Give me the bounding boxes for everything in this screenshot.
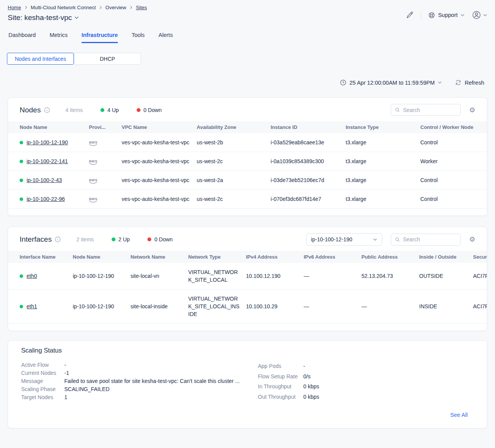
interfaces-items-count: 2 items [76, 236, 94, 242]
breadcrumb-sites-link[interactable]: Sites [136, 5, 147, 10]
field-label: Message [21, 377, 64, 385]
network-name-cell: site-local-inside [127, 289, 185, 324]
instance-id-cell: i-03a529eab8caee13e [268, 133, 343, 152]
field-value: 0 kbps [303, 392, 319, 402]
refresh-icon [455, 79, 462, 86]
field-value: 1 [64, 393, 67, 401]
info-icon[interactable] [44, 107, 50, 113]
network-type-cell: VIRTUAL_NETWORK_SITE_LOCAL_INSIDE [185, 289, 243, 324]
node-status-dot [20, 141, 23, 144]
col-network-type: Network Type [185, 251, 243, 263]
chevron-down-icon [438, 81, 442, 84]
breadcrumb: Home Multi-Cloud Network Connect Overvie… [8, 5, 487, 10]
node-name-cell: ip-10-100-12-190 [70, 289, 127, 324]
refresh-label: Refresh [465, 80, 484, 86]
field-label: In Throughput [258, 381, 303, 392]
time-range-label: 25 Apr 12:00:00AM to 11:59:59PM [350, 80, 435, 86]
field-value: Failed to save pool state for site kesha… [64, 377, 240, 385]
breadcrumb-overview: Overview [105, 5, 126, 10]
table-row: ip-10-100-22-96 aws ves-vpc-auto-kesha-t… [8, 190, 487, 209]
interfaces-search[interactable] [391, 234, 461, 246]
subtab-dhcp[interactable]: DHCP [74, 53, 141, 65]
node-name-link[interactable]: ip-10-100-12-190 [27, 139, 68, 145]
aws-provider-icon: aws [89, 140, 97, 146]
refresh-button[interactable]: Refresh [455, 79, 484, 86]
interfaces-search-input[interactable] [403, 236, 457, 242]
account-menu[interactable] [472, 10, 487, 20]
field-value: 0 kbps [303, 381, 319, 392]
nodes-settings-gear-icon[interactable]: ⚙ [469, 107, 475, 114]
tab-metrics[interactable]: Metrics [50, 32, 68, 43]
node-selector-dropdown[interactable]: ip-10-100-12-190 [306, 233, 382, 246]
aws-provider-icon: aws [89, 178, 97, 184]
inside-outside-cell: OUTSIDE [416, 263, 470, 289]
nodes-panel: Nodes 4 items 4 Up 0 Down ⚙ Node Name Pr… [8, 97, 487, 216]
vpc-name-cell: ves-vpc-auto-kesha-test-vpc [119, 171, 194, 190]
tab-tools[interactable]: Tools [132, 32, 145, 43]
node-name-link[interactable]: ip-10-100-22-96 [27, 196, 65, 202]
see-all-link[interactable]: See All [450, 412, 468, 418]
col-provider: Provi... [86, 121, 119, 133]
chevron-down-icon [483, 14, 487, 17]
col-public-address: Public Address [358, 251, 416, 263]
chevron-right-icon [99, 6, 102, 9]
node-name-cell: ip-10-100-12-190 [70, 263, 127, 289]
az-cell: us-west-2a [194, 171, 268, 190]
scaling-right-column: App Pods- Flow Setup Rate0/s In Throughp… [258, 361, 319, 402]
down-dot [137, 108, 140, 112]
chevron-down-icon [373, 238, 377, 241]
interfaces-table-header: Interface Name Node Name Network Name Ne… [8, 251, 487, 263]
page-header: Home Multi-Cloud Network Connect Overvie… [0, 0, 495, 22]
account-icon [472, 10, 482, 20]
nodes-table-header: Node Name Provi... VPC Name Availability… [8, 121, 487, 133]
support-menu[interactable]: Support [428, 12, 465, 19]
interface-name-link[interactable]: eth1 [27, 303, 37, 309]
table-row: ip-10-100-2-43 aws ves-vpc-auto-kesha-te… [8, 171, 487, 190]
table-row: eth1 ip-10-100-12-190 site-local-inside … [8, 289, 487, 324]
info-icon[interactable] [55, 236, 61, 242]
field-label: Current Nodes [21, 369, 64, 377]
col-inside-outside: Inside / Outside [416, 251, 470, 263]
interface-name-link[interactable]: eth0 [27, 273, 37, 279]
support-label: Support [438, 12, 458, 18]
col-ipv6-address: IPv6 Address [301, 251, 358, 263]
edit-pencil-icon[interactable] [405, 11, 414, 19]
tab-alerts[interactable]: Alerts [159, 32, 173, 43]
instance-id-cell: i-070ef3dc687fd14e7 [268, 190, 343, 209]
az-cell: us-west-2c [194, 152, 268, 171]
time-range-picker[interactable]: 25 Apr 12:00:00AM to 11:59:59PM [340, 79, 442, 86]
breadcrumb-home-link[interactable]: Home [8, 5, 21, 10]
tab-dashboard[interactable]: Dashboard [8, 32, 36, 43]
nodes-search-input[interactable] [403, 107, 457, 113]
field-value: - [64, 361, 66, 369]
field-label: Flow Setup Rate [258, 371, 303, 382]
site-title-dropdown[interactable]: Site: kesha-test-vpc [8, 13, 79, 22]
interfaces-up-status: 2 Up [112, 236, 130, 242]
table-row: ip-10-100-12-190 aws ves-vpc-auto-kesha-… [8, 133, 487, 152]
field-label: Scaling Phase [21, 385, 64, 393]
interfaces-panel: Interfaces 2 items 2 Up 0 Down ip-10-100… [8, 227, 487, 331]
instance-id-cell: i-03de73eb52106ec7d [268, 171, 343, 190]
role-cell: Worker [417, 152, 487, 171]
col-availability-zone: Availability Zone [194, 121, 268, 133]
up-dot [112, 237, 115, 241]
nodes-search[interactable] [391, 104, 461, 116]
subtab-nodes-and-interfaces[interactable]: Nodes and Interfaces [7, 53, 74, 65]
interfaces-settings-gear-icon[interactable]: ⚙ [469, 236, 475, 243]
public-address-cell: 52.13.204.73 [358, 263, 416, 289]
tab-infrastructure[interactable]: Infrastructure [82, 32, 118, 43]
col-control-worker: Control / Worker Node [417, 121, 487, 133]
node-name-link[interactable]: ip-10-100-2-43 [27, 177, 62, 183]
lifebuoy-icon [428, 12, 435, 19]
inside-outside-cell: INSIDE [416, 289, 470, 324]
nodes-up-status: 4 Up [100, 107, 119, 113]
role-cell: Control [417, 171, 487, 190]
field-value: 0/s [303, 371, 311, 382]
node-name-link[interactable]: ip-10-100-22-141 [27, 158, 68, 164]
ipv6-cell: — [301, 289, 358, 324]
instance-type-cell: t3.xlarge [343, 171, 417, 190]
node-status-dot [20, 160, 23, 163]
vpc-name-cell: ves-vpc-auto-kesha-test-vpc [119, 190, 194, 209]
time-toolbar: 25 Apr 12:00:00AM to 11:59:59PM Refresh [0, 79, 495, 86]
up-dot [100, 108, 104, 112]
